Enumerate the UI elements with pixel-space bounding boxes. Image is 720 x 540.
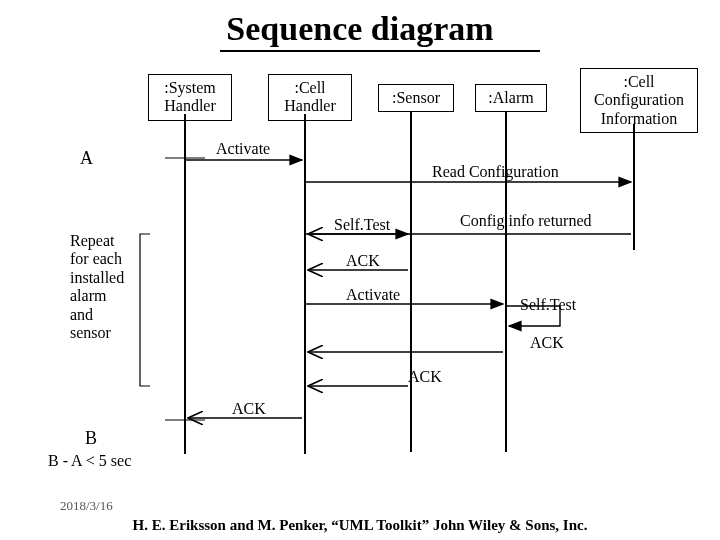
msg-activate-2: Activate xyxy=(346,286,400,304)
msg-ack-1: ACK xyxy=(346,252,380,270)
participant-cell-config-info: :CellConfigurationInformation xyxy=(580,68,698,133)
loop-note: Repeatfor eachinstalledalarmandsensor xyxy=(70,232,150,342)
participant-alarm: :Alarm xyxy=(475,84,547,112)
msg-selftest-sensor: Self.Test xyxy=(334,216,390,234)
participant-sensor: :Sensor xyxy=(378,84,454,112)
lifeline-cell-handler xyxy=(304,114,306,454)
msg-ack-3: ACK xyxy=(408,368,442,386)
lifeline-sensor xyxy=(410,112,412,452)
title-underline xyxy=(220,50,540,52)
msg-activate-1: Activate xyxy=(216,140,270,158)
msg-ack-final: ACK xyxy=(232,400,266,418)
msg-read-configuration: Read Configuration xyxy=(432,163,559,181)
constraint-label: B - A < 5 sec xyxy=(48,452,131,470)
participant-cell-handler: :CellHandler xyxy=(268,74,352,121)
marker-b: B xyxy=(85,428,97,449)
lifeline-cell-config-info xyxy=(633,124,635,250)
footer-date: 2018/3/16 xyxy=(60,498,113,514)
lifeline-system-handler xyxy=(184,114,186,454)
marker-a: A xyxy=(80,148,93,169)
footer-citation: H. E. Eriksson and M. Penker, “UML Toolk… xyxy=(0,517,720,534)
participant-system-handler: :SystemHandler xyxy=(148,74,232,121)
msg-selftest-alarm: Self.Test xyxy=(520,296,576,314)
msg-config-returned: Config info returned xyxy=(460,212,592,230)
page-title: Sequence diagram xyxy=(0,10,720,48)
msg-ack-2: ACK xyxy=(530,334,564,352)
